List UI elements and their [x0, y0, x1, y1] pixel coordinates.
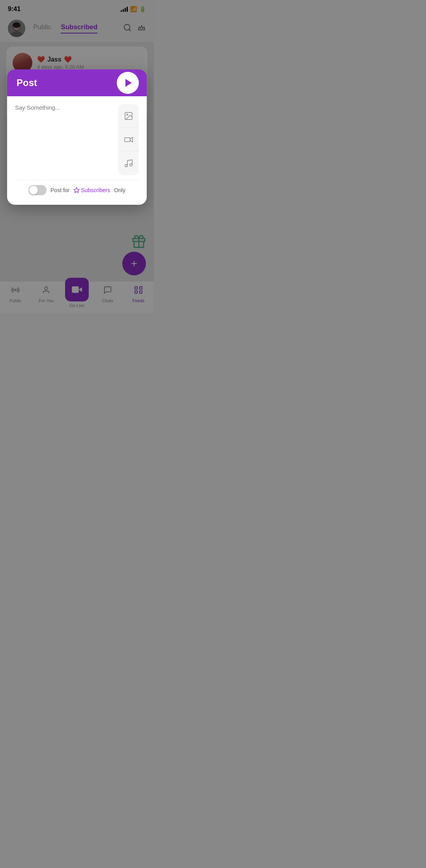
svg-point-21	[125, 165, 127, 167]
modal-divider	[15, 180, 139, 180]
modal-header: Post	[7, 69, 147, 96]
subscribers-link[interactable]: Subscribers	[73, 187, 110, 193]
image-upload-button[interactable]	[118, 104, 139, 128]
svg-point-22	[130, 164, 132, 166]
send-arrow-icon	[125, 79, 132, 87]
toggle-knob	[29, 186, 38, 195]
video-icon	[124, 135, 133, 144]
music-icon: ♫	[124, 159, 133, 168]
app-screen: 9:41 📶 🔋	[0, 0, 154, 313]
only-label: Only	[114, 187, 125, 193]
post-modal: Post	[7, 69, 147, 205]
media-buttons-group: ♫	[118, 104, 139, 175]
music-upload-button[interactable]: ♫	[118, 152, 139, 175]
modal-footer: Post for Subscribers Only	[15, 185, 139, 195]
modal-input-area: ♫	[15, 104, 139, 175]
post-for-label: Post for	[50, 187, 69, 193]
svg-marker-23	[74, 187, 79, 193]
modal-title: Post	[17, 77, 37, 88]
post-text-input[interactable]	[15, 104, 114, 175]
star-icon	[73, 187, 80, 193]
subscribers-toggle[interactable]	[28, 185, 47, 195]
svg-rect-20	[125, 138, 130, 142]
send-post-button[interactable]	[117, 72, 139, 94]
image-icon	[124, 111, 133, 121]
video-upload-button[interactable]	[118, 128, 139, 152]
modal-body: ♫ Post for	[7, 96, 147, 205]
svg-point-19	[127, 114, 128, 115]
